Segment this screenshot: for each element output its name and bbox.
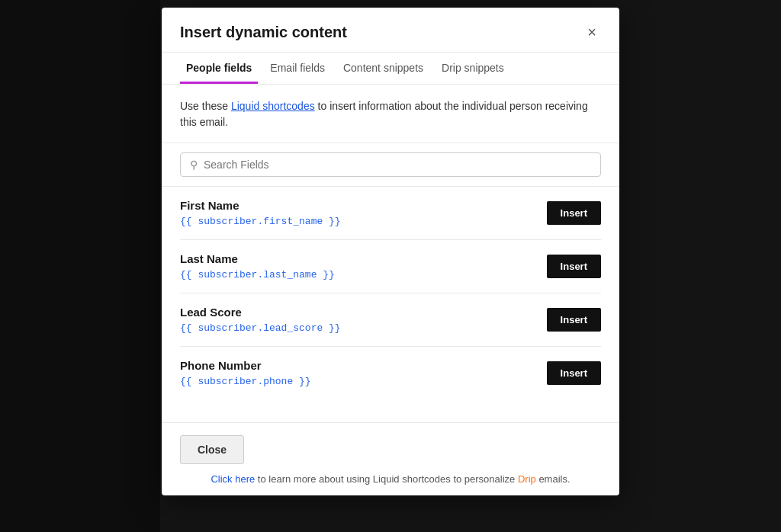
- tab-email-fields[interactable]: Email fields: [264, 53, 331, 84]
- tab-drip-snippets[interactable]: Drip snippets: [435, 53, 510, 84]
- footer-link-section: Click here to learn more about using Liq…: [180, 473, 601, 485]
- field-info-phone-number: Phone Number {{ subscriber.phone }}: [180, 359, 535, 387]
- field-code-phone-number: {{ subscriber.phone }}: [180, 376, 535, 387]
- tab-content-snippets[interactable]: Content snippets: [337, 53, 429, 84]
- footer-suffix: emails.: [536, 473, 570, 485]
- close-footer-button[interactable]: Close: [180, 435, 244, 464]
- search-section: ⚲: [162, 143, 619, 187]
- modal-dialog: Insert dynamic content × People fields E…: [162, 8, 619, 495]
- footer-learn-more-link[interactable]: Click here: [211, 473, 255, 485]
- insert-button-last-name[interactable]: Insert: [547, 255, 601, 278]
- field-item-first-name: First Name {{ subscriber.first_name }} I…: [180, 187, 601, 240]
- search-icon: ⚲: [190, 159, 198, 171]
- field-code-first-name: {{ subscriber.first_name }}: [180, 216, 535, 227]
- liquid-shortcodes-link[interactable]: Liquid shortcodes: [231, 100, 315, 112]
- field-item-last-name: Last Name {{ subscriber.last_name }} Ins…: [180, 240, 601, 293]
- field-code-lead-score: {{ subscriber.lead_score }}: [180, 322, 535, 334]
- tab-people-fields[interactable]: People fields: [180, 53, 258, 84]
- field-name-lead-score: Lead Score: [180, 306, 535, 319]
- modal-header: Insert dynamic content ×: [162, 8, 619, 53]
- field-item-lead-score: Lead Score {{ subscriber.lead_score }} I…: [180, 293, 601, 347]
- field-info-first-name: First Name {{ subscriber.first_name }}: [180, 199, 535, 227]
- field-code-last-name: {{ subscriber.last_name }}: [180, 269, 535, 280]
- insert-button-lead-score[interactable]: Insert: [547, 308, 601, 332]
- info-prefix: Use these: [180, 100, 231, 112]
- search-wrapper: ⚲: [180, 152, 601, 177]
- field-info-lead-score: Lead Score {{ subscriber.lead_score }}: [180, 306, 535, 334]
- modal-close-button[interactable]: ×: [583, 23, 601, 41]
- modal-title: Insert dynamic content: [180, 24, 347, 41]
- field-name-first-name: First Name: [180, 199, 535, 212]
- fields-list: First Name {{ subscriber.first_name }} I…: [162, 187, 619, 422]
- modal-wrapper: Insert dynamic content × People fields E…: [0, 0, 781, 532]
- footer-drip-link[interactable]: Drip: [518, 473, 536, 485]
- info-section: Use these Liquid shortcodes to insert in…: [162, 85, 619, 143]
- modal-footer: Close Click here to learn more about usi…: [162, 422, 619, 495]
- field-name-last-name: Last Name: [180, 252, 535, 265]
- insert-button-first-name[interactable]: Insert: [547, 201, 601, 225]
- tabs-bar: People fields Email fields Content snipp…: [162, 53, 619, 85]
- field-name-phone-number: Phone Number: [180, 359, 535, 372]
- field-item-phone-number: Phone Number {{ subscriber.phone }} Inse…: [180, 347, 601, 399]
- search-input[interactable]: [204, 159, 591, 171]
- field-info-last-name: Last Name {{ subscriber.last_name }}: [180, 252, 535, 280]
- insert-button-phone-number[interactable]: Insert: [547, 361, 601, 385]
- footer-link-text: to learn more about using Liquid shortco…: [255, 473, 518, 485]
